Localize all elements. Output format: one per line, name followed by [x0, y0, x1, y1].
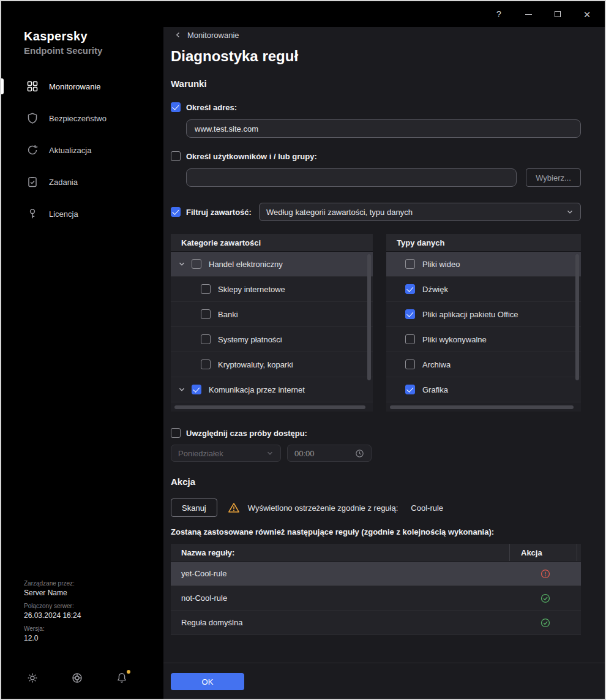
data-type-label: Dźwięk [422, 285, 448, 294]
managed-by-label: Zarządzane przez: [24, 580, 81, 587]
category-row[interactable]: Banki [171, 302, 373, 327]
filter-checkbox[interactable] [171, 207, 181, 217]
category-row[interactable]: Handel elektroniczny [171, 252, 373, 277]
data-type-row[interactable]: Pliki aplikacji pakietu Office [386, 302, 581, 327]
close-button[interactable]: × [579, 6, 595, 22]
sidebar-item-label: Aktualizacja [49, 146, 91, 155]
filter-label: Filtruj zawartość: [186, 208, 252, 217]
data-types-panel: Typy danych Pliki wideo Dźwięk Pliki apl… [386, 234, 581, 412]
category-checkbox[interactable] [201, 359, 211, 369]
expand-chevron-icon[interactable] [178, 386, 185, 393]
data-type-label: Pliki aplikacji pakietu Office [422, 310, 518, 319]
data-type-checkbox[interactable] [405, 385, 415, 394]
time-input[interactable]: 00:00 [287, 445, 372, 462]
page-title: Diagnostyka reguł [171, 48, 581, 65]
sidebar: Kaspersky Endpoint Security Monitorowani… [1, 1, 163, 699]
sidebar-item-aktualizacja[interactable]: Aktualizacja [1, 134, 163, 166]
users-checkbox-row[interactable]: Określ użytkowników i / lub grupy: [171, 151, 317, 161]
time-checkbox[interactable] [171, 428, 181, 438]
category-checkbox[interactable] [201, 309, 211, 319]
category-row[interactable]: Kryptowaluty, koparki [171, 352, 373, 377]
table-scrollbar-gutter [577, 544, 581, 561]
expand-chevron-icon[interactable] [178, 260, 185, 268]
ok-button[interactable]: OK [171, 673, 244, 690]
category-label: Handel elektroniczny [209, 260, 283, 269]
settings-button[interactable] [26, 672, 39, 684]
rule-table-row[interactable]: not-Cool-rule [171, 586, 581, 611]
help-icon: ? [496, 9, 501, 19]
category-row[interactable]: Komunikacja przez internet [171, 377, 373, 402]
error-circle-icon [540, 568, 551, 579]
tasks-clipboard-icon [26, 176, 39, 188]
action-column-header: Akcja [509, 544, 577, 561]
data-type-row[interactable]: Grafika [386, 377, 581, 402]
settings-gear-icon [26, 672, 39, 684]
address-checkbox[interactable] [171, 102, 181, 112]
success-check-icon [540, 617, 551, 628]
time-checkbox-row[interactable]: Uwzględnij czas próby dostępu: [171, 428, 307, 438]
action-result-row: Skanuj Wyświetlono ostrzeżenie zgodnie z… [171, 499, 581, 517]
time-value: 00:00 [294, 449, 315, 458]
category-checkbox[interactable] [201, 334, 211, 344]
time-controls: Poniedziałek 00:00 [171, 445, 581, 462]
notification-dot [127, 670, 130, 674]
rule-status-cell [509, 593, 581, 604]
users-label: Określ użytkowników i / lub grupy: [186, 152, 317, 161]
category-label: Sklepy internetowe [218, 285, 285, 294]
rule-table-row[interactable]: yet-Cool-rule [171, 562, 581, 586]
filter-checkbox-row[interactable]: Filtruj zawartość: [171, 207, 252, 217]
sidebar-item-licencja[interactable]: Licencja [1, 198, 163, 230]
data-type-checkbox[interactable] [405, 259, 415, 269]
day-select[interactable]: Poniedziałek [171, 445, 281, 462]
sidebar-footer: Zarządzane przez: Server Name Połączony … [24, 574, 81, 642]
data-type-checkbox[interactable] [405, 284, 415, 294]
horizontal-scrollbar[interactable] [174, 405, 365, 409]
data-type-row[interactable]: Pliki wykonywalne [386, 327, 581, 352]
users-input[interactable] [186, 168, 517, 187]
sidebar-item-monitorowanie[interactable]: Monitorowanie [1, 70, 163, 102]
data-type-checkbox[interactable] [405, 359, 415, 369]
vertical-scrollbar[interactable] [575, 254, 579, 380]
rule-table-row[interactable]: Reguła domyślna [171, 611, 581, 635]
category-checkbox[interactable] [192, 385, 201, 394]
data-type-row[interactable]: Pliki wideo [386, 252, 581, 277]
breadcrumb[interactable]: Monitorowanie [171, 29, 239, 40]
rule-name-cell: not-Cool-rule [171, 593, 509, 603]
category-row[interactable]: Systemy płatności [171, 327, 373, 352]
data-type-checkbox[interactable] [405, 309, 415, 319]
sidebar-item-label: Monitorowanie [49, 82, 101, 91]
breadcrumb-label: Monitorowanie [187, 31, 239, 40]
support-button[interactable] [71, 672, 83, 684]
address-input[interactable] [186, 119, 581, 138]
category-row[interactable]: Sklepy internetowe [171, 277, 373, 302]
data-types-panel-body: Pliki wideo Dźwięk Pliki aplikacji pakie… [386, 252, 581, 412]
category-checkbox[interactable] [201, 284, 211, 294]
data-type-checkbox[interactable] [405, 334, 415, 344]
sidebar-item-zadania[interactable]: Zadania [1, 166, 163, 198]
notifications-button[interactable] [116, 672, 128, 684]
horizontal-scrollbar[interactable] [390, 405, 574, 409]
vertical-scrollbar[interactable] [367, 254, 371, 380]
success-check-icon [540, 593, 551, 604]
data-type-label: Grafika [422, 385, 448, 394]
data-type-row[interactable]: Archiwa [386, 352, 581, 377]
brand-logo: Kaspersky Endpoint Security [24, 29, 163, 56]
choose-users-button[interactable]: Wybierz... [526, 168, 581, 187]
data-type-row[interactable]: Dźwięk [386, 277, 581, 302]
sidebar-item-label: Zadania [49, 178, 78, 187]
conditions-heading: Warunki [171, 78, 581, 89]
users-checkbox[interactable] [171, 151, 181, 161]
license-key-icon [26, 208, 39, 220]
scan-button[interactable]: Skanuj [171, 499, 217, 517]
content-panels: Kategorie zawartości Handel elektroniczn… [171, 234, 581, 412]
minimize-button[interactable] [520, 6, 536, 22]
sidebar-item-bezpieczenstwo[interactable]: Bezpieczeństwo [1, 102, 163, 134]
help-button[interactable]: ? [491, 6, 507, 22]
address-checkbox-row[interactable]: Określ adres: [171, 102, 237, 112]
maximize-button[interactable] [550, 6, 566, 22]
filter-mode-select[interactable]: Według kategorii zawartości, typu danych [259, 203, 581, 221]
titlebar: ? × [1, 1, 605, 27]
data-type-label: Pliki wideo [422, 260, 460, 269]
category-checkbox[interactable] [192, 259, 201, 269]
time-label: Uwzględnij czas próby dostępu: [186, 429, 307, 438]
